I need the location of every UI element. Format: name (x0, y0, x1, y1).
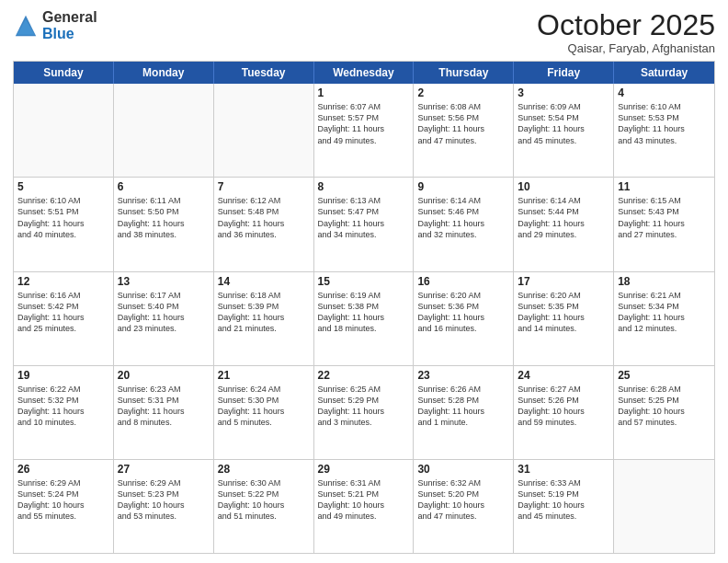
day-info: Sunrise: 6:14 AM Sunset: 5:46 PM Dayligh… (417, 195, 509, 240)
calendar-row-4: 19Sunrise: 6:22 AM Sunset: 5:32 PM Dayli… (14, 365, 714, 459)
calendar-cell: 2Sunrise: 6:08 AM Sunset: 5:56 PM Daylig… (414, 84, 514, 177)
calendar-cell: 26Sunrise: 6:29 AM Sunset: 5:24 PM Dayli… (14, 460, 114, 553)
day-of-week-wednesday: Wednesday (314, 62, 415, 84)
day-info: Sunrise: 6:10 AM Sunset: 5:51 PM Dayligh… (17, 195, 109, 240)
calendar-cell: 29Sunrise: 6:31 AM Sunset: 5:21 PM Dayli… (314, 460, 415, 553)
day-number: 1 (318, 86, 410, 99)
calendar-cell (214, 84, 314, 177)
calendar-row-3: 12Sunrise: 6:16 AM Sunset: 5:42 PM Dayli… (14, 271, 714, 365)
day-of-week-tuesday: Tuesday (214, 62, 314, 84)
calendar-cell: 25Sunrise: 6:28 AM Sunset: 5:25 PM Dayli… (614, 366, 714, 459)
calendar-cell: 15Sunrise: 6:19 AM Sunset: 5:38 PM Dayli… (314, 272, 415, 365)
day-number: 29 (318, 463, 410, 476)
calendar-row-2: 5Sunrise: 6:10 AM Sunset: 5:51 PM Daylig… (14, 177, 714, 270)
calendar-cell: 27Sunrise: 6:29 AM Sunset: 5:23 PM Dayli… (114, 460, 214, 553)
day-number: 3 (518, 86, 609, 99)
logo-blue-label: Blue (42, 26, 97, 42)
calendar-cell: 6Sunrise: 6:11 AM Sunset: 5:50 PM Daylig… (114, 178, 214, 270)
calendar-cell: 1Sunrise: 6:07 AM Sunset: 5:57 PM Daylig… (314, 84, 415, 177)
calendar-cell: 9Sunrise: 6:14 AM Sunset: 5:46 PM Daylig… (414, 178, 514, 270)
day-info: Sunrise: 6:10 AM Sunset: 5:53 PM Dayligh… (618, 101, 711, 146)
day-info: Sunrise: 6:16 AM Sunset: 5:42 PM Dayligh… (17, 290, 109, 335)
day-info: Sunrise: 6:33 AM Sunset: 5:19 PM Dayligh… (518, 477, 609, 523)
calendar-cell: 24Sunrise: 6:27 AM Sunset: 5:26 PM Dayli… (514, 366, 614, 459)
day-info: Sunrise: 6:07 AM Sunset: 5:57 PM Dayligh… (318, 101, 410, 146)
day-number: 26 (17, 463, 109, 476)
day-info: Sunrise: 6:23 AM Sunset: 5:31 PM Dayligh… (118, 384, 210, 429)
day-number: 13 (118, 275, 210, 288)
day-number: 30 (417, 463, 509, 476)
day-number: 15 (318, 275, 410, 288)
day-number: 18 (618, 275, 711, 288)
day-number: 23 (417, 369, 509, 382)
day-number: 27 (118, 463, 210, 476)
calendar-cell: 18Sunrise: 6:21 AM Sunset: 5:34 PM Dayli… (614, 272, 714, 365)
day-info: Sunrise: 6:18 AM Sunset: 5:39 PM Dayligh… (218, 290, 310, 335)
month-title: October 2025 (537, 9, 715, 41)
day-info: Sunrise: 6:28 AM Sunset: 5:25 PM Dayligh… (618, 384, 711, 429)
location: Qaisar, Faryab, Afghanistan (537, 41, 715, 55)
day-number: 17 (518, 275, 609, 288)
day-info: Sunrise: 6:08 AM Sunset: 5:56 PM Dayligh… (417, 101, 509, 146)
logo-icon (13, 13, 39, 39)
day-number: 6 (118, 180, 210, 193)
calendar-cell: 21Sunrise: 6:24 AM Sunset: 5:30 PM Dayli… (214, 366, 314, 459)
calendar-header: SundayMondayTuesdayWednesdayThursdayFrid… (14, 62, 714, 84)
day-number: 14 (218, 275, 310, 288)
day-info: Sunrise: 6:20 AM Sunset: 5:36 PM Dayligh… (417, 290, 509, 335)
calendar-cell: 23Sunrise: 6:26 AM Sunset: 5:28 PM Dayli… (414, 366, 514, 459)
day-number: 7 (218, 180, 310, 193)
day-info: Sunrise: 6:21 AM Sunset: 5:34 PM Dayligh… (618, 290, 711, 335)
day-of-week-thursday: Thursday (414, 62, 514, 84)
logo-general-label: General (42, 9, 97, 26)
calendar: SundayMondayTuesdayWednesdayThursdayFrid… (13, 61, 715, 554)
day-of-week-monday: Monday (114, 62, 214, 84)
day-number: 11 (618, 180, 711, 193)
calendar-cell: 8Sunrise: 6:13 AM Sunset: 5:47 PM Daylig… (314, 178, 415, 270)
day-number: 31 (518, 463, 609, 476)
day-number: 28 (218, 463, 310, 476)
calendar-cell: 19Sunrise: 6:22 AM Sunset: 5:32 PM Dayli… (14, 366, 114, 459)
day-number: 19 (17, 369, 109, 382)
day-info: Sunrise: 6:20 AM Sunset: 5:35 PM Dayligh… (518, 290, 609, 335)
calendar-cell: 3Sunrise: 6:09 AM Sunset: 5:54 PM Daylig… (514, 84, 614, 177)
day-number: 2 (417, 86, 509, 99)
calendar-cell: 17Sunrise: 6:20 AM Sunset: 5:35 PM Dayli… (514, 272, 614, 365)
title-block: October 2025 Qaisar, Faryab, Afghanistan (537, 9, 715, 55)
day-info: Sunrise: 6:19 AM Sunset: 5:38 PM Dayligh… (318, 290, 410, 335)
day-info: Sunrise: 6:11 AM Sunset: 5:50 PM Dayligh… (118, 195, 210, 240)
day-of-week-friday: Friday (514, 62, 614, 84)
day-info: Sunrise: 6:27 AM Sunset: 5:26 PM Dayligh… (518, 384, 609, 429)
day-info: Sunrise: 6:32 AM Sunset: 5:20 PM Dayligh… (417, 477, 509, 523)
day-number: 4 (618, 86, 711, 99)
day-info: Sunrise: 6:26 AM Sunset: 5:28 PM Dayligh… (417, 384, 509, 429)
day-of-week-saturday: Saturday (614, 62, 714, 84)
calendar-cell: 5Sunrise: 6:10 AM Sunset: 5:51 PM Daylig… (14, 178, 114, 270)
calendar-body: 1Sunrise: 6:07 AM Sunset: 5:57 PM Daylig… (14, 84, 714, 553)
day-info: Sunrise: 6:29 AM Sunset: 5:23 PM Dayligh… (118, 477, 210, 523)
day-info: Sunrise: 6:31 AM Sunset: 5:21 PM Dayligh… (318, 477, 410, 523)
calendar-cell: 20Sunrise: 6:23 AM Sunset: 5:31 PM Dayli… (114, 366, 214, 459)
calendar-cell: 31Sunrise: 6:33 AM Sunset: 5:19 PM Dayli… (514, 460, 614, 553)
page: General Blue October 2025 Qaisar, Faryab… (0, 0, 728, 563)
day-of-week-sunday: Sunday (14, 62, 114, 84)
calendar-cell: 14Sunrise: 6:18 AM Sunset: 5:39 PM Dayli… (214, 272, 314, 365)
day-info: Sunrise: 6:14 AM Sunset: 5:44 PM Dayligh… (518, 195, 609, 240)
day-info: Sunrise: 6:09 AM Sunset: 5:54 PM Dayligh… (518, 101, 609, 146)
calendar-cell: 22Sunrise: 6:25 AM Sunset: 5:29 PM Dayli… (314, 366, 415, 459)
calendar-cell: 16Sunrise: 6:20 AM Sunset: 5:36 PM Dayli… (414, 272, 514, 365)
calendar-cell: 12Sunrise: 6:16 AM Sunset: 5:42 PM Dayli… (14, 272, 114, 365)
day-number: 9 (417, 180, 509, 193)
day-number: 5 (17, 180, 109, 193)
calendar-cell (14, 84, 114, 177)
svg-marker-1 (17, 19, 35, 35)
day-info: Sunrise: 6:17 AM Sunset: 5:40 PM Dayligh… (118, 290, 210, 335)
calendar-cell: 4Sunrise: 6:10 AM Sunset: 5:53 PM Daylig… (614, 84, 714, 177)
calendar-cell: 28Sunrise: 6:30 AM Sunset: 5:22 PM Dayli… (214, 460, 314, 553)
day-number: 20 (118, 369, 210, 382)
day-info: Sunrise: 6:25 AM Sunset: 5:29 PM Dayligh… (318, 384, 410, 429)
day-info: Sunrise: 6:29 AM Sunset: 5:24 PM Dayligh… (17, 477, 109, 523)
calendar-cell: 10Sunrise: 6:14 AM Sunset: 5:44 PM Dayli… (514, 178, 614, 270)
calendar-cell: 7Sunrise: 6:12 AM Sunset: 5:48 PM Daylig… (214, 178, 314, 270)
day-info: Sunrise: 6:24 AM Sunset: 5:30 PM Dayligh… (218, 384, 310, 429)
